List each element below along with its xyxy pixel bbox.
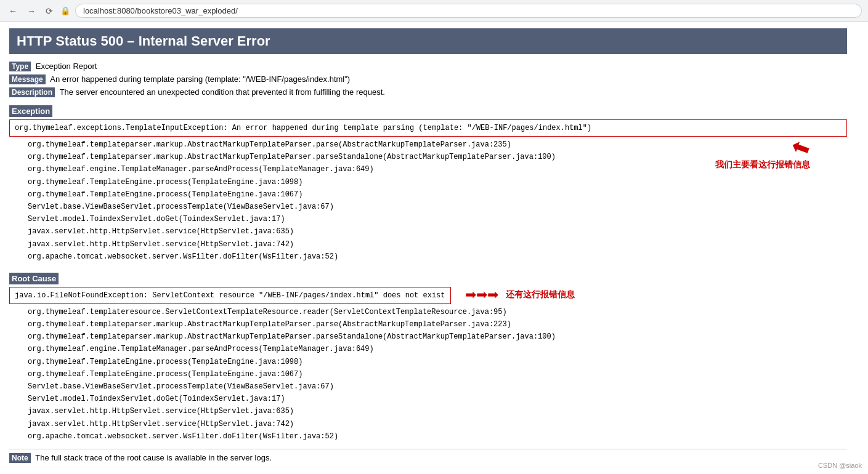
stack-line: Servlet.base.ViewBaseServlet.processTemp…	[28, 201, 847, 213]
exception-label: Exception	[9, 105, 52, 117]
stack-line: org.thymeleaf.TemplateEngine.process(Tem…	[28, 177, 847, 188]
stack-line: javax.servlet.http.HttpServlet.service(H…	[28, 419, 847, 430]
description-value: The server encountered an unexpected con…	[60, 87, 385, 97]
address-bar[interactable]: localhost:8080/bookstore03_war_exploded/	[75, 4, 862, 18]
stack-line: org.apache.tomcat.websocket.server.WsFil…	[28, 431, 847, 443]
annotation1-text: 我们主要看这行报错信息	[715, 159, 810, 171]
stack-line: org.thymeleaf.TemplateEngine.process(Tem…	[28, 356, 847, 368]
stack-line: org.apache.tomcat.websocket.server.WsFil…	[28, 251, 847, 263]
note-row: Note The full stack trace of the root ca…	[9, 449, 847, 462]
back-button[interactable]: ←	[6, 5, 20, 17]
stack-line: javax.servlet.http.HttpServlet.service(H…	[28, 226, 847, 238]
lock-icon: 🔒	[60, 6, 70, 15]
exception-section: Exception org.thymeleaf.exceptions.Templ…	[9, 100, 847, 263]
browser-chrome: ← → ⟳ 🔒 localhost:8080/bookstore03_war_e…	[0, 0, 868, 22]
type-label: Type	[9, 62, 31, 71]
stack-line: javax.servlet.http.HttpServlet.service(H…	[28, 406, 847, 417]
forward-button[interactable]: →	[25, 5, 38, 17]
stack-line: org.thymeleaf.templateresource.ServletCo…	[28, 307, 847, 318]
root-cause-stack-trace: org.thymeleaf.templateresource.ServletCo…	[9, 307, 847, 443]
note-label: Note	[9, 453, 31, 463]
stack-line: Servlet.model.ToindexServlet.doGet(Toind…	[28, 214, 847, 225]
stack-line: Servlet.base.ViewBaseServlet.processTemp…	[28, 381, 847, 393]
title-bar: HTTP Status 500 – Internal Server Error	[9, 28, 847, 54]
stack-line: org.thymeleaf.engine.TemplateManager.par…	[28, 343, 847, 355]
message-label: Message	[9, 74, 46, 84]
annotation2-text: 还有这行报错信息	[506, 289, 575, 299]
root-cause-main-line: java.io.FileNotFoundException: ServletCo…	[9, 287, 451, 304]
stack-line: org.thymeleaf.templateparser.markup.Abst…	[28, 331, 847, 343]
stack-line: javax.servlet.http.HttpServlet.service(H…	[28, 239, 847, 251]
root-cause-label: Root Cause	[9, 273, 59, 284]
refresh-button[interactable]: ⟳	[43, 5, 55, 17]
description-row: Description The server encountered an un…	[9, 87, 847, 97]
stack-line: org.thymeleaf.TemplateEngine.process(Tem…	[28, 369, 847, 380]
annotation1-container: ➡ 我们主要看这行报错信息	[715, 137, 810, 171]
note-value: The full stack trace of the root cause i…	[35, 453, 272, 462]
annotation2-arrow: ➡➡➡	[465, 287, 498, 302]
stack-line: org.thymeleaf.templateparser.markup.Abst…	[28, 319, 847, 331]
watermark: CSDN @siaok	[818, 462, 862, 468]
root-cause-section: Root Cause java.io.FileNotFoundException…	[9, 268, 847, 443]
stack-line: org.thymeleaf.TemplateEngine.process(Tem…	[28, 189, 847, 201]
type-value: Exception Report	[36, 62, 97, 71]
message-row: Message An error happened during templat…	[9, 74, 847, 84]
exception-main-line: org.thymeleaf.exceptions.TemplateInputEx…	[9, 119, 847, 137]
type-row: Type Exception Report	[9, 62, 847, 71]
page-title: HTTP Status 500 – Internal Server Error	[17, 33, 840, 49]
root-cause-main-container: java.io.FileNotFoundException: ServletCo…	[9, 287, 847, 307]
stack-line: Servlet.model.ToindexServlet.doGet(Toind…	[28, 393, 847, 405]
page-content: HTTP Status 500 – Internal Server Error …	[0, 22, 856, 468]
annotation1-arrow: ➡	[715, 137, 810, 159]
message-value: An error happened during template parsin…	[50, 74, 350, 84]
description-label: Description	[9, 87, 55, 97]
